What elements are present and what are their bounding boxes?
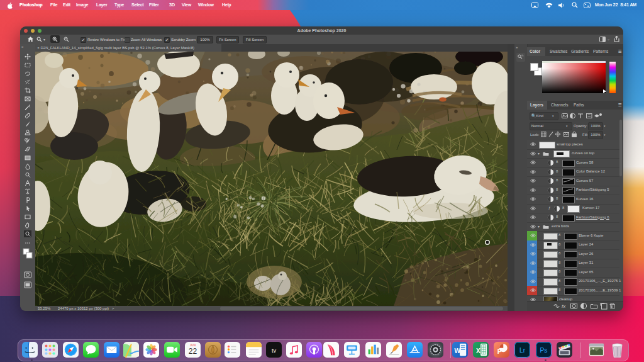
svg-text:fx: fx xyxy=(562,303,566,309)
svg-text:Lr: Lr xyxy=(519,347,525,354)
svg-text:tv: tv xyxy=(271,348,276,354)
svg-text:X: X xyxy=(475,348,480,354)
svg-text:Ps: Ps xyxy=(540,347,547,354)
svg-text:W: W xyxy=(454,348,460,354)
svg-text:22: 22 xyxy=(188,347,197,356)
svg-text:P: P xyxy=(497,348,501,355)
